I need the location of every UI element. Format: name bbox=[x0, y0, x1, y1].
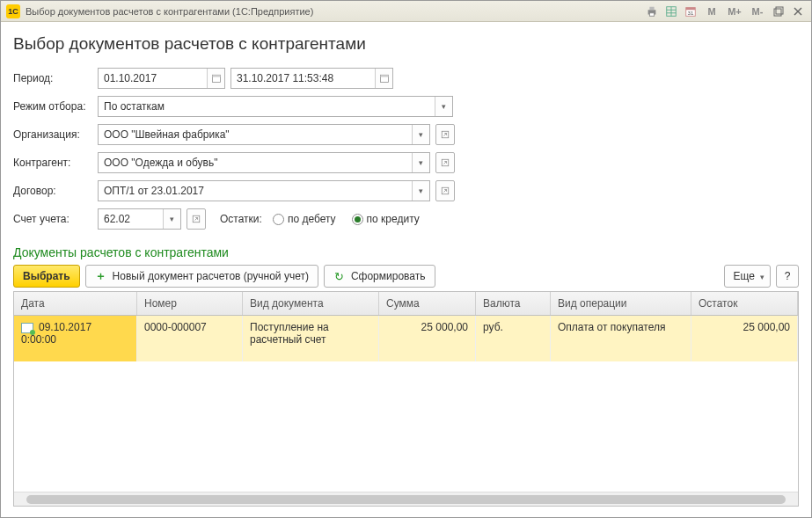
chevron-down-icon bbox=[760, 270, 764, 282]
svg-rect-17 bbox=[380, 75, 388, 77]
table-row[interactable]: 09.10.2017 0:00:00 0000-000007 Поступлен… bbox=[14, 316, 798, 361]
memory-mminus-button[interactable]: M- bbox=[748, 4, 767, 18]
contract-select[interactable]: ОПТ/1 от 23.01.2017 bbox=[98, 180, 430, 201]
col-date[interactable]: Дата bbox=[14, 292, 137, 315]
col-number[interactable]: Номер bbox=[137, 292, 243, 315]
contract-label: Договор: bbox=[13, 185, 98, 197]
col-currency[interactable]: Валюта bbox=[476, 292, 551, 315]
calendar-picker-icon[interactable] bbox=[207, 69, 224, 88]
plus-icon: ＋ bbox=[95, 270, 107, 282]
contract-value: ОПТ/1 от 23.01.2017 bbox=[104, 185, 412, 197]
mode-value: По остаткам bbox=[104, 100, 435, 113]
col-sum[interactable]: Сумма bbox=[379, 292, 476, 315]
print-icon[interactable] bbox=[644, 4, 660, 18]
radio-debit-label: по дебету bbox=[288, 213, 336, 225]
titlebar: 1C Выбор документов расчетов с контраген… bbox=[1, 1, 811, 22]
col-doctype[interactable]: Вид документа bbox=[243, 292, 379, 315]
generate-button[interactable]: ↻ Сформировать bbox=[324, 265, 435, 288]
new-document-button[interactable]: ＋ Новый документ расчетов (ручной учет) bbox=[85, 265, 318, 288]
svg-rect-15 bbox=[212, 75, 220, 77]
radio-debit[interactable]: по дебету bbox=[273, 213, 336, 225]
account-select[interactable]: 62.02 bbox=[98, 208, 181, 230]
open-reference-button[interactable] bbox=[435, 180, 455, 201]
grid-body[interactable]: 09.10.2017 0:00:00 0000-000007 Поступлен… bbox=[14, 316, 798, 492]
app-window: 1C Выбор документов расчетов с контраген… bbox=[0, 0, 812, 518]
mode-label: Режим отбора: bbox=[13, 100, 98, 113]
radio-icon bbox=[273, 214, 284, 225]
open-reference-button[interactable] bbox=[187, 208, 206, 230]
svg-rect-10 bbox=[774, 9, 781, 16]
organization-value: ООО "Швейная фабрика" bbox=[104, 128, 412, 141]
counterparty-label: Контрагент: bbox=[13, 157, 98, 169]
page-title: Выбор документов расчетов с контрагентам… bbox=[13, 34, 799, 54]
open-reference-button[interactable] bbox=[435, 124, 455, 145]
period-from-input[interactable]: 01.10.2017 bbox=[98, 68, 225, 89]
memory-m-button[interactable]: M bbox=[702, 4, 721, 18]
radio-icon bbox=[352, 214, 363, 225]
svg-rect-1 bbox=[649, 6, 654, 10]
section-title: Документы расчетов с контрагентами bbox=[13, 245, 799, 259]
period-to-value: 31.10.2017 11:53:48 bbox=[237, 72, 375, 84]
mode-select[interactable]: По остаткам bbox=[98, 96, 453, 117]
account-label: Счет учета: bbox=[13, 213, 98, 225]
period-label: Период: bbox=[13, 72, 98, 84]
chevron-down-icon[interactable] bbox=[435, 97, 452, 116]
documents-grid: Дата Номер Вид документа Сумма Валюта Ви… bbox=[13, 291, 799, 507]
col-balance[interactable]: Остаток bbox=[691, 292, 798, 315]
grid-header: Дата Номер Вид документа Сумма Валюта Ви… bbox=[14, 292, 798, 316]
window-restore-button[interactable] bbox=[771, 4, 786, 18]
chevron-down-icon[interactable] bbox=[412, 153, 429, 172]
document-icon bbox=[21, 323, 33, 333]
col-operation[interactable]: Вид операции bbox=[551, 292, 691, 315]
period-to-input[interactable]: 31.10.2017 11:53:48 bbox=[230, 68, 393, 89]
account-value: 62.02 bbox=[104, 213, 163, 225]
window-title: Выбор документов расчетов с контрагентам… bbox=[26, 6, 644, 17]
refresh-icon: ↻ bbox=[333, 270, 346, 282]
calendar-picker-icon[interactable] bbox=[375, 69, 392, 88]
organization-label: Организация: bbox=[13, 128, 98, 141]
help-button[interactable]: ? bbox=[776, 265, 799, 288]
balance-label: Остатки: bbox=[220, 213, 262, 225]
svg-rect-11 bbox=[776, 7, 783, 14]
organization-select[interactable]: ООО "Швейная фабрика" bbox=[98, 124, 430, 145]
radio-credit[interactable]: по кредиту bbox=[352, 213, 420, 225]
app-logo-icon: 1C bbox=[6, 4, 20, 18]
memory-mplus-button[interactable]: M+ bbox=[725, 4, 744, 18]
svg-text:31: 31 bbox=[688, 10, 694, 16]
chevron-down-icon[interactable] bbox=[163, 209, 180, 229]
table-icon[interactable] bbox=[663, 4, 679, 18]
radio-credit-label: по кредиту bbox=[367, 213, 420, 225]
svg-rect-2 bbox=[649, 12, 654, 16]
period-from-value: 01.10.2017 bbox=[104, 72, 207, 84]
more-button[interactable]: Еще bbox=[724, 265, 771, 288]
window-close-button[interactable] bbox=[790, 4, 806, 18]
open-reference-button[interactable] bbox=[435, 152, 455, 173]
grid-toolbar: Выбрать ＋ Новый документ расчетов (ручно… bbox=[13, 265, 799, 288]
chevron-down-icon[interactable] bbox=[412, 181, 429, 201]
select-button[interactable]: Выбрать bbox=[13, 265, 80, 288]
chevron-down-icon[interactable] bbox=[412, 125, 429, 144]
counterparty-select[interactable]: ООО "Одежда и обувь" bbox=[98, 152, 430, 173]
horizontal-scrollbar[interactable] bbox=[14, 492, 798, 506]
counterparty-value: ООО "Одежда и обувь" bbox=[104, 157, 412, 169]
calendar-icon[interactable]: 31 bbox=[683, 4, 699, 18]
scrollbar-thumb[interactable] bbox=[26, 495, 786, 504]
